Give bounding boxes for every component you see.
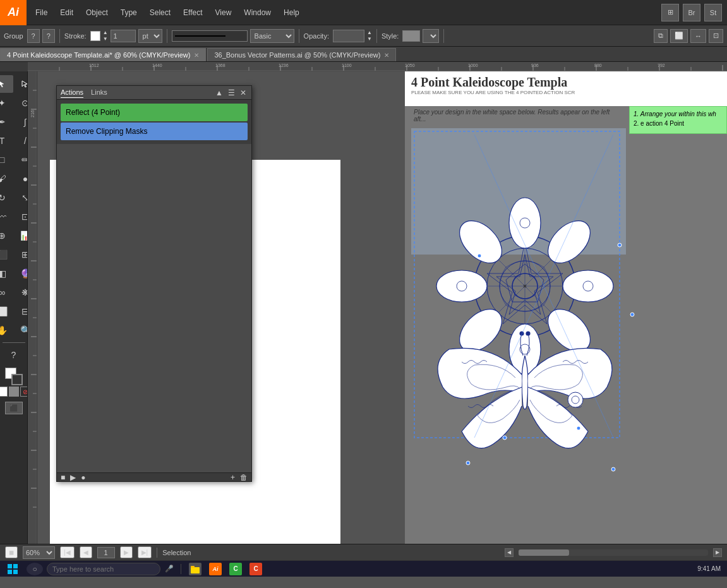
scroll-left-btn[interactable]: ◀ (505, 548, 514, 557)
direct-selection-tool[interactable] (14, 75, 28, 93)
opacity-down[interactable]: ▼ (367, 36, 372, 42)
actions-record-btn[interactable]: ● (80, 472, 87, 483)
transform-icon[interactable]: ↔ (690, 29, 706, 43)
style-swatch[interactable] (402, 30, 420, 42)
artboard-btn[interactable]: ◼ (5, 546, 18, 558)
opacity-input[interactable]: 100% (333, 30, 364, 42)
taskbar-file-manager[interactable] (186, 562, 204, 576)
menu-object[interactable]: Object (80, 0, 114, 25)
pencil-tool[interactable]: ✏ (14, 151, 28, 169)
tab-kaleidoscope[interactable]: 4 Point Kaleidoscope Template.ai* @ 60% … (0, 48, 206, 61)
hand-tool[interactable]: ✋ (0, 321, 13, 339)
selection-tool[interactable] (0, 75, 13, 93)
scroll-right-btn[interactable]: ▶ (713, 548, 722, 557)
change-screen-mode-btn[interactable]: ⬛ (5, 402, 23, 414)
menu-file[interactable]: File (29, 0, 54, 25)
tab-close-kaleidoscope[interactable]: ✕ (194, 52, 199, 59)
actions-tab-actions[interactable]: Actions (61, 87, 83, 98)
curvature-tool[interactable]: ∫ (14, 113, 28, 131)
zoom-tool[interactable]: 🔍 (14, 321, 28, 339)
mesh-tool[interactable]: ⊞ (14, 246, 28, 263)
taskbar-search-input[interactable] (47, 563, 160, 575)
page-number-input[interactable]: 1 (97, 547, 115, 558)
shape-builder-tool[interactable]: ⊕ (0, 227, 13, 244)
question-btn-2[interactable]: ? (42, 29, 55, 43)
expand-icon[interactable]: ⊡ (709, 29, 723, 43)
gradient-mode-btn[interactable] (9, 387, 19, 397)
taskbar-corel2[interactable]: C (247, 562, 265, 576)
rotate-tool[interactable]: ↻ (0, 189, 13, 207)
free-transform-tool[interactable]: ⊡ (14, 208, 28, 225)
actions-tab-links[interactable]: Links (91, 87, 107, 98)
perspective-tool[interactable]: ⬛ (0, 246, 13, 263)
menu-select[interactable]: Select (143, 0, 177, 25)
prev-page-btn[interactable]: ◀ (80, 546, 92, 558)
st-icon[interactable]: St (704, 4, 722, 21)
workspace-icon[interactable]: ⊞ (661, 4, 679, 21)
scale-tool[interactable]: ⤡ (14, 189, 28, 207)
line-tool[interactable]: / (14, 132, 28, 150)
reorder-icon[interactable]: ⧉ (654, 29, 668, 43)
menu-window[interactable]: Window (237, 0, 277, 25)
next-page-btn[interactable]: ▶ (120, 546, 133, 558)
h-scroll-track[interactable] (519, 549, 708, 556)
stroke-up[interactable]: ▲ (103, 30, 108, 35)
slice-tool[interactable]: ⊟ (14, 303, 28, 320)
symbol-sprayer-tool[interactable]: ❋ (14, 284, 28, 301)
eyedropper-tool[interactable]: 🔮 (14, 265, 28, 282)
stroke-swatch[interactable] (11, 374, 23, 385)
opacity-up[interactable]: ▲ (367, 30, 372, 35)
actions-new-btn[interactable]: + (229, 472, 236, 483)
stroke-color-swatch[interactable] (90, 31, 100, 41)
menu-edit[interactable]: Edit (54, 0, 80, 25)
stroke-unit-select[interactable]: ptpx (138, 29, 162, 43)
zoom-select[interactable]: 60% 50% 75% 100% (23, 546, 55, 559)
action-item-remove-clipping[interactable]: Remove Clipping Masks (61, 123, 248, 140)
taskbar-illustrator[interactable]: Ai (207, 562, 224, 576)
chart-tool[interactable]: 📊 (14, 227, 28, 244)
paintbrush-tool[interactable]: 🖌 (0, 170, 13, 188)
blend-tool[interactable]: ∞ (0, 284, 13, 301)
br-icon[interactable]: Br (683, 4, 700, 21)
fill-mode-btn[interactable] (0, 387, 8, 397)
taskbar-corel1[interactable]: C (227, 562, 244, 576)
gradient-tool[interactable]: ◧ (0, 265, 13, 282)
style-select[interactable] (423, 29, 439, 43)
place-design-instruction: Place your design in the white space bel… (411, 106, 626, 125)
align-icon[interactable]: ⬜ (670, 29, 688, 43)
tab-close-bonus[interactable]: ✕ (384, 52, 389, 59)
actions-play-btn[interactable]: ▶ (69, 472, 77, 483)
last-page-btn[interactable]: ▶| (138, 546, 152, 558)
search-circle-btn[interactable]: ○ (27, 563, 43, 575)
actions-menu-btn[interactable]: ☰ (227, 87, 236, 99)
blob-brush-tool[interactable]: ● (14, 170, 28, 188)
lasso-tool[interactable]: ⊙ (14, 94, 28, 112)
menu-view[interactable]: View (209, 0, 238, 25)
actions-delete-btn[interactable]: 🗑 (239, 472, 249, 483)
first-page-btn[interactable]: |◀ (60, 546, 75, 558)
tab-bonus-patterns[interactable]: 36_Bonus Vector Patterns.ai @ 50% (CMYK/… (207, 48, 396, 61)
svg-point-88 (630, 313, 634, 316)
actions-stop-btn[interactable]: ■ (59, 472, 66, 483)
rectangle-tool[interactable]: □ (0, 151, 13, 169)
none-mode-btn[interactable]: ⊘ (20, 387, 28, 397)
actions-close-btn[interactable]: ✕ (239, 87, 248, 99)
magic-wand-tool[interactable]: ✦ (0, 94, 13, 112)
type-tool[interactable]: T (0, 132, 13, 150)
help-tool[interactable]: ? (3, 346, 25, 364)
actions-collapse-btn[interactable]: ▲ (214, 87, 224, 99)
stroke-style-select[interactable]: Basic (250, 29, 294, 43)
warp-tool[interactable]: 〰 (0, 208, 13, 225)
artboard-tool[interactable]: ⬜ (0, 303, 13, 320)
action-item-reflect[interactable]: Reflect (4 Point) (61, 104, 248, 121)
menu-type[interactable]: Type (114, 0, 143, 25)
stroke-down[interactable]: ▼ (103, 36, 108, 42)
pen-tool[interactable]: ✒ (0, 113, 13, 131)
stroke-value-input[interactable] (111, 30, 136, 42)
taskbar-mic-icon[interactable]: 🎤 (163, 563, 176, 575)
question-btn-1[interactable]: ? (27, 29, 40, 43)
windows-start-btn[interactable] (3, 562, 23, 576)
menu-effect[interactable]: Effect (177, 0, 208, 25)
menu-help[interactable]: Help (277, 0, 306, 25)
canvas-area: Actions Links ▲ ☰ ✕ Reflect (4 Point) Re… (37, 71, 727, 544)
